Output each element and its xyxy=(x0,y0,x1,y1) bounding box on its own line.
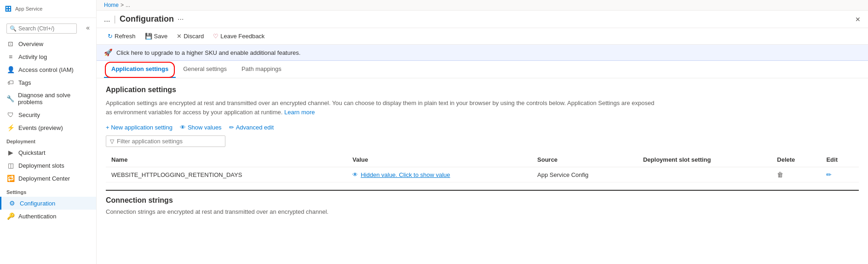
show-values-label: Show values xyxy=(188,124,222,131)
breadcrumb-separator: > xyxy=(121,2,124,8)
connection-strings-description: Connection strings are encrypted at rest… xyxy=(106,208,859,215)
sidebar-item-label: Deployment slots xyxy=(18,162,64,169)
discard-label: Discard xyxy=(184,33,204,40)
save-icon: 💾 xyxy=(145,33,152,40)
row-edit-cell: ✏ xyxy=(821,167,859,182)
sidebar: ⊞ App Service 🔍 « ⊡ Overview ≡ Activity … xyxy=(0,0,97,264)
new-application-setting-button[interactable]: + New application setting xyxy=(106,124,172,131)
events-icon: ⚡ xyxy=(6,124,15,131)
leave-feedback-button[interactable]: ♡ Leave Feedback xyxy=(209,31,268,41)
close-button[interactable]: ✕ xyxy=(855,16,861,23)
row-value: 👁 Hidden value. Click to show value xyxy=(347,167,532,182)
sidebar-item-tags[interactable]: 🏷 Tags xyxy=(0,76,96,89)
col-slot-setting: Deployment slot setting xyxy=(638,153,771,167)
sidebar-item-overview[interactable]: ⊡ Overview xyxy=(0,37,96,50)
col-source: Source xyxy=(532,153,638,167)
search-icon: 🔍 xyxy=(10,25,17,32)
diagnose-icon: 🔧 xyxy=(6,95,14,102)
deployment-slots-icon: ◫ xyxy=(6,162,15,169)
hidden-value-text: Hidden value. Click to show value xyxy=(361,171,450,178)
learn-more-link[interactable]: Learn more xyxy=(284,109,315,116)
rocket-icon: 🚀 xyxy=(104,48,113,57)
tabs-container: Application settings General settings Pa… xyxy=(97,61,868,78)
quickstart-icon: ▶ xyxy=(6,149,15,156)
filter-bar: ▽ xyxy=(106,135,225,147)
table-row: WEBSITE_HTTPLOGGING_RETENTION_DAYS 👁 Hid… xyxy=(106,167,859,182)
connection-strings-title: Connection strings xyxy=(106,190,859,205)
refresh-label: Refresh xyxy=(115,33,136,40)
sidebar-item-deployment-center[interactable]: 🔁 Deployment Center xyxy=(0,172,96,185)
activity-log-icon: ≡ xyxy=(6,53,15,60)
search-container: 🔍 xyxy=(6,23,77,34)
sidebar-item-activity-log[interactable]: ≡ Activity log xyxy=(0,50,96,63)
sidebar-item-label: Deployment Center xyxy=(18,175,70,182)
app-settings-table: Name Value Source Deployment slot settin… xyxy=(106,153,859,182)
tab-label: General settings xyxy=(183,65,227,72)
pencil-icon: ✏ xyxy=(229,124,234,131)
deployment-section-label: Deployment xyxy=(0,134,96,146)
hidden-value-link[interactable]: 👁 Hidden value. Click to show value xyxy=(352,171,526,178)
tab-path-mappings[interactable]: Path mappings xyxy=(234,61,289,78)
breadcrumb-app: ... xyxy=(126,2,130,8)
sidebar-item-deployment-slots[interactable]: ◫ Deployment slots xyxy=(0,159,96,172)
leave-feedback-label: Leave Feedback xyxy=(220,33,264,40)
edit-button[interactable]: ✏ xyxy=(826,171,832,178)
page-more-options-icon[interactable]: ··· xyxy=(178,15,184,23)
app-settings-section: Application settings Application setting… xyxy=(97,78,868,190)
row-delete-cell: 🗑 xyxy=(771,167,821,182)
tab-application-settings[interactable]: Application settings xyxy=(104,61,176,78)
access-control-icon: 👤 xyxy=(6,66,15,73)
sidebar-item-label: Security xyxy=(18,111,40,118)
search-input[interactable] xyxy=(18,25,74,32)
save-button[interactable]: 💾 Save xyxy=(141,31,172,41)
col-delete: Delete xyxy=(771,153,821,167)
refresh-button[interactable]: ↻ Refresh xyxy=(104,31,139,41)
tags-icon: 🏷 xyxy=(6,79,15,86)
main-content: Home > ... ... | Configuration ··· ✕ ↻ R… xyxy=(97,0,868,264)
save-label: Save xyxy=(154,33,168,40)
feedback-icon: ♡ xyxy=(213,33,218,40)
settings-section-label: Settings xyxy=(0,185,96,197)
page-title: Configuration xyxy=(120,14,174,24)
sidebar-item-diagnose[interactable]: 🔧 Diagnose and solve problems xyxy=(0,89,96,108)
toolbar: ↻ Refresh 💾 Save ✕ Discard ♡ Leave Feedb… xyxy=(97,28,868,45)
refresh-icon: ↻ xyxy=(108,33,113,40)
discard-button[interactable]: ✕ Discard xyxy=(173,31,207,41)
app-name-title: ... xyxy=(104,15,110,23)
new-setting-label: + New application setting xyxy=(106,124,172,131)
filter-input[interactable] xyxy=(117,138,221,145)
sidebar-item-label: Tags xyxy=(18,79,31,86)
sidebar-item-access-control[interactable]: 👤 Access control (IAM) xyxy=(0,63,96,76)
sidebar-item-label: Quickstart xyxy=(18,149,46,156)
delete-button[interactable]: 🗑 xyxy=(777,171,783,178)
security-icon: 🛡 xyxy=(6,111,15,118)
page-title-row: ... | Configuration ··· ✕ xyxy=(97,11,868,28)
advanced-edit-button[interactable]: ✏ Advanced edit xyxy=(229,124,274,131)
sidebar-item-events[interactable]: ⚡ Events (preview) xyxy=(0,121,96,134)
row-name: WEBSITE_HTTPLOGGING_RETENTION_DAYS xyxy=(106,167,347,182)
discard-icon: ✕ xyxy=(177,33,182,40)
show-values-button[interactable]: 👁 Show values xyxy=(180,124,222,131)
sidebar-item-label: Overview xyxy=(18,41,43,47)
sidebar-item-label: Events (preview) xyxy=(18,124,63,131)
app-logo-icon: ⊞ xyxy=(5,4,11,14)
eye-icon: 👁 xyxy=(352,171,358,178)
configuration-icon: ⚙ xyxy=(8,199,16,207)
sidebar-item-security[interactable]: 🛡 Security xyxy=(0,108,96,121)
sidebar-item-label: Configuration xyxy=(20,200,55,207)
home-breadcrumb[interactable]: Home xyxy=(104,2,119,8)
app-settings-title: Application settings xyxy=(106,86,859,94)
sidebar-item-configuration[interactable]: ⚙ Configuration xyxy=(0,197,96,210)
eye-icon: 👁 xyxy=(180,124,186,131)
tab-general-settings[interactable]: General settings xyxy=(176,61,234,78)
upgrade-banner[interactable]: 🚀 Click here to upgrade to a higher SKU … xyxy=(97,45,868,61)
sidebar-item-quickstart[interactable]: ▶ Quickstart xyxy=(0,146,96,159)
sidebar-item-authentication[interactable]: 🔑 Authentication xyxy=(0,210,96,223)
collapse-sidebar-button[interactable]: « xyxy=(82,22,93,33)
content-area: Application settings General settings Pa… xyxy=(97,61,868,264)
deployment-center-icon: 🔁 xyxy=(6,175,15,182)
filter-icon: ▽ xyxy=(110,138,114,145)
action-bar: + New application setting 👁 Show values … xyxy=(106,124,859,131)
tab-label: Application settings xyxy=(111,65,168,72)
breadcrumb: Home > ... xyxy=(97,0,868,11)
